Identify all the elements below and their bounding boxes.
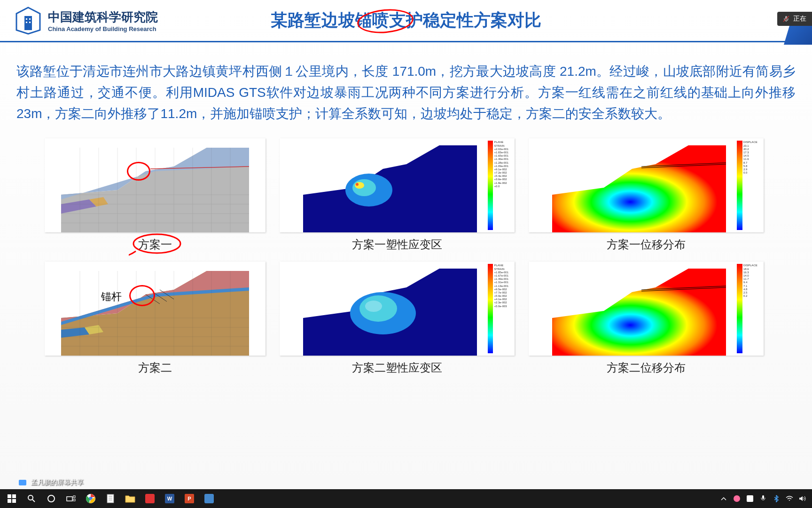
svg-point-19 [133, 234, 180, 253]
explorer-app[interactable] [121, 490, 140, 508]
svg-rect-2 [29, 18, 31, 20]
app-button-1[interactable] [141, 490, 159, 508]
chrome-icon [86, 493, 96, 504]
svg-rect-0 [24, 16, 32, 30]
annotation-circle-caption1 [129, 233, 185, 257]
colorbar-legend: PLANE STRAIN+2.02e-001+1.83e-001+1.65e-0… [488, 141, 514, 230]
org-name-cn: 中国建筑科学研究院 [48, 9, 158, 25]
colorbar-legend: DISPLACE23.120.217.314.511.68.75.82.90.0 [737, 141, 763, 230]
wifi-icon [786, 496, 793, 501]
svg-rect-53 [12, 499, 16, 503]
tray-bluetooth[interactable] [772, 494, 781, 503]
taskview-icon [66, 495, 76, 502]
figure-image: DISPLACE23.120.217.314.511.68.75.82.90.0 [529, 138, 764, 232]
blue-app-icon [204, 494, 214, 503]
bluetooth-icon [774, 495, 779, 502]
app-button-2[interactable] [200, 490, 219, 508]
meeting-status-text: 正在 [793, 15, 806, 23]
colorbar-legend: DISPLACE18.616.314.011.79.47.14.82.50.2 [737, 264, 763, 353]
svg-rect-1 [26, 18, 27, 20]
windows-taskbar[interactable]: W P [0, 489, 812, 508]
chrome-app[interactable] [81, 490, 100, 508]
slide-header: 中国建筑科学研究院 China Academy of Building Rese… [0, 0, 812, 42]
screen-share-label: 孟凡鹏的屏幕共享 [19, 478, 84, 487]
svg-point-21 [352, 179, 376, 196]
tray-volume[interactable] [798, 494, 807, 503]
figure-image: DISPLACE18.616.314.011.79.47.14.82.50.2 [529, 262, 764, 356]
svg-rect-51 [12, 494, 16, 498]
anchor-label: 锚杆 [101, 290, 122, 304]
volume-icon [799, 495, 806, 502]
figure-scheme1-displacement: DISPLACE23.120.217.314.511.68.75.82.90.0… [529, 138, 764, 252]
svg-point-56 [48, 495, 55, 502]
mesh-diagram-icon [45, 262, 265, 356]
tray-chevron[interactable] [719, 494, 728, 503]
microphone-icon [783, 16, 789, 22]
taskview-button[interactable] [62, 490, 80, 508]
figure-scheme2-displacement: DISPLACE18.616.314.011.79.47.14.82.50.2 … [529, 262, 764, 375]
meeting-status-overlay[interactable]: 正在 [777, 12, 812, 26]
folder-icon [125, 494, 135, 503]
figures-grid: 方案一 [16, 138, 796, 375]
taskbar-left: W P [0, 490, 219, 508]
white-tray-icon [747, 495, 753, 502]
search-icon [27, 494, 36, 503]
cortana-button[interactable] [42, 490, 61, 508]
figure-image: 锚杆 [45, 262, 265, 356]
windows-icon [8, 494, 16, 503]
corner-brand-logo [784, 26, 812, 45]
logo-area: 中国建筑科学研究院 China Academy of Building Rese… [14, 7, 158, 35]
svg-point-23 [356, 183, 359, 186]
figure-scheme1-strain: PLANE STRAIN+2.02e-001+1.83e-001+1.65e-0… [280, 138, 515, 252]
tray-microphone[interactable] [758, 494, 768, 503]
cortana-icon [47, 494, 55, 503]
svg-rect-52 [8, 499, 11, 503]
figure-scheme2-mesh: 锚杆 方案二 [45, 262, 265, 375]
powerpoint-app[interactable]: P [180, 490, 199, 508]
contour-diagram-icon [280, 138, 515, 232]
cabr-logo-icon [14, 7, 42, 35]
figure-caption: 方案二 [138, 360, 172, 375]
figure-caption: 方案一塑性应变区 [352, 237, 442, 252]
document-icon [106, 494, 115, 503]
figure-scheme1-mesh: 方案一 [45, 138, 265, 252]
red-app-icon [145, 494, 155, 503]
svg-rect-50 [8, 494, 11, 498]
svg-rect-62 [107, 494, 114, 503]
figure-caption: 方案二塑性应变区 [352, 360, 442, 375]
system-tray [719, 494, 812, 503]
powerpoint-icon: P [185, 494, 194, 503]
figure-caption: 方案一位移分布 [607, 237, 686, 252]
svg-line-55 [32, 500, 35, 502]
description-text: 该路堑位于清远市连州市大路边镇黄坪村西侧１公里境内，长度 171.0m，挖方最大… [16, 61, 796, 124]
word-app[interactable]: W [160, 490, 179, 508]
contour-diagram-icon [529, 262, 764, 356]
slide-content: 该路堑位于清远市连州市大路边镇黄坪村西侧１公里境内，长度 171.0m，挖方最大… [0, 42, 812, 385]
search-button[interactable] [22, 490, 41, 508]
contour-diagram-icon [280, 262, 515, 356]
svg-rect-3 [26, 22, 27, 23]
figure-image: PLANE STRAIN+1.85e-001+1.67e-001+1.49e-0… [280, 262, 515, 356]
notepad-app[interactable] [101, 490, 120, 508]
presentation-slide: 中国建筑科学研究院 China Academy of Building Rese… [0, 0, 812, 489]
contour-diagram-icon [529, 138, 764, 232]
colorbar-legend: PLANE STRAIN+1.85e-001+1.67e-001+1.49e-0… [488, 264, 514, 353]
tray-wifi[interactable] [785, 494, 794, 503]
pink-tray-icon [734, 495, 740, 502]
svg-rect-58 [73, 496, 75, 498]
svg-rect-66 [762, 495, 764, 499]
figure-image [45, 138, 265, 232]
figure-caption: 方案二位移分布 [607, 360, 686, 375]
start-button[interactable] [2, 490, 21, 508]
svg-point-54 [28, 495, 33, 500]
chevron-up-icon [721, 497, 726, 500]
logo-text: 中国建筑科学研究院 China Academy of Building Rese… [48, 9, 158, 32]
svg-rect-4 [29, 22, 31, 23]
share-icon [19, 480, 26, 485]
org-name-en: China Academy of Building Research [48, 25, 158, 32]
svg-rect-57 [67, 497, 72, 501]
mesh-diagram-icon [45, 138, 265, 232]
tray-app-icon-2[interactable] [745, 494, 755, 503]
tray-app-icon[interactable] [732, 494, 742, 503]
figure-image: PLANE STRAIN+2.02e-001+1.83e-001+1.65e-0… [280, 138, 515, 232]
